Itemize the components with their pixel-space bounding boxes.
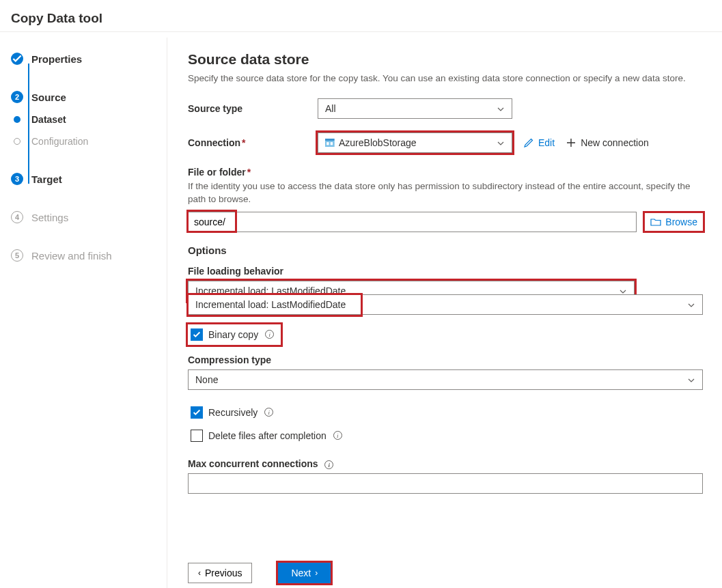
recursively-row: Recursively i [188,402,280,423]
info-icon[interactable]: i [265,330,274,339]
file-loading-select-full[interactable]: Incremental load: LastModifiedDate [188,294,703,315]
step-number-icon: 2 [11,91,23,103]
connection-row: Connection* AzureBlobStorage [188,132,703,153]
required-asterisk: * [242,137,245,148]
step-settings[interactable]: 4 Settings [11,206,160,229]
browse-button[interactable]: Browse [645,213,703,231]
file-folder-block: File or folder* If the identity you use … [188,167,703,232]
svg-rect-0 [325,139,335,141]
new-connection-label: New connection [581,137,649,148]
source-type-select[interactable]: All [318,98,512,119]
next-label: Next [291,568,311,578]
file-folder-input[interactable] [188,212,637,232]
dot-icon [14,138,20,145]
source-type-row: Source type All [188,98,703,119]
required-asterisk: * [247,167,251,178]
max-conn-block: Max concurrent connections i [188,458,703,494]
max-conn-label: Max concurrent connections i [188,458,703,470]
step-source[interactable]: 2 Source [11,85,160,109]
folder-icon [650,216,661,227]
select-value: All [325,103,336,114]
svg-rect-3 [331,142,333,145]
chevron-down-icon [687,376,695,384]
chevron-right-icon: › [315,568,318,578]
section-description: Specify the source data store for the co… [188,73,703,83]
step-label: Properties [31,53,82,65]
select-value: AzureBlobStorage [339,137,417,148]
label-text: File or folder [188,167,246,178]
step-label: Settings [31,212,68,223]
delete-files-row: Delete files after completion i [188,425,349,446]
connection-select[interactable]: AzureBlobStorage [318,132,512,153]
chevron-left-icon: ‹ [198,568,201,578]
wizard-footer: ‹ Previous Next › [188,563,331,583]
select-value: None [195,374,218,385]
select-value: Incremental load: LastModifiedDate [195,299,346,310]
binary-copy-checkbox[interactable] [191,328,203,341]
substep-dataset[interactable]: Dataset [11,109,160,130]
step-number-icon: 4 [11,211,23,223]
compression-block: Compression type None [188,354,703,390]
next-button[interactable]: Next › [278,563,331,583]
options-heading: Options [188,244,703,256]
info-icon[interactable]: i [333,431,342,440]
delete-files-checkbox[interactable] [191,430,203,442]
chevron-down-icon [687,300,695,309]
file-folder-help: If the identity you use to access the da… [188,180,703,206]
info-icon[interactable]: i [324,460,333,469]
label-text: Max concurrent connections [188,458,318,469]
layout: Properties 2 Source Dataset Configuratio… [0,38,722,588]
pencil-icon [523,137,534,148]
step-label: Target [31,173,62,185]
previous-label: Previous [205,568,242,578]
edit-button[interactable]: Edit [523,137,555,148]
new-connection-button[interactable]: New connection [566,137,649,148]
substep-label: Dataset [31,114,66,125]
chevron-down-icon [497,104,505,113]
recursively-label: Recursively [208,407,258,418]
connector [28,100,29,126]
connector [28,145,29,184]
compression-label: Compression type [188,354,703,365]
step-number-icon: 3 [11,173,23,185]
section-title: Source data store [188,51,703,68]
file-folder-label: File or folder* [188,167,703,178]
file-loading-label: File loading behavior [188,266,703,277]
page-title: Copy Data tool [0,0,722,32]
step-properties[interactable]: Properties [11,47,160,70]
storage-icon [325,139,335,147]
connection-label: Connection* [188,137,318,148]
delete-files-label: Delete files after completion [208,430,327,441]
substep-label: Configuration [31,136,88,147]
label-text: Connection [188,137,240,148]
max-conn-input[interactable] [188,473,703,494]
svg-rect-1 [325,141,335,147]
check-icon [11,53,23,65]
browse-label: Browse [665,216,697,227]
connector [28,64,29,102]
compression-select[interactable]: None [188,369,703,390]
recursively-checkbox[interactable] [191,406,203,419]
step-review[interactable]: 5 Review and finish [11,244,160,267]
substep-configuration[interactable]: Configuration [11,130,160,152]
plus-icon [566,137,577,148]
binary-copy-row: Binary copy i [188,324,281,345]
edit-label: Edit [538,137,555,148]
wizard-sidebar: Properties 2 Source Dataset Configuratio… [0,38,167,588]
svg-rect-2 [327,142,329,145]
previous-button[interactable]: ‹ Previous [188,563,252,583]
step-number-icon: 5 [11,249,23,262]
step-label: Source [31,92,66,103]
info-icon[interactable]: i [264,408,273,417]
source-type-label: Source type [188,103,318,114]
step-label: Review and finish [31,250,112,262]
step-target[interactable]: 3 Target [11,167,160,191]
dot-icon [14,116,20,123]
binary-copy-label: Binary copy [208,329,258,340]
chevron-down-icon [497,139,505,147]
main-panel: Source data store Specify the source dat… [167,38,722,588]
